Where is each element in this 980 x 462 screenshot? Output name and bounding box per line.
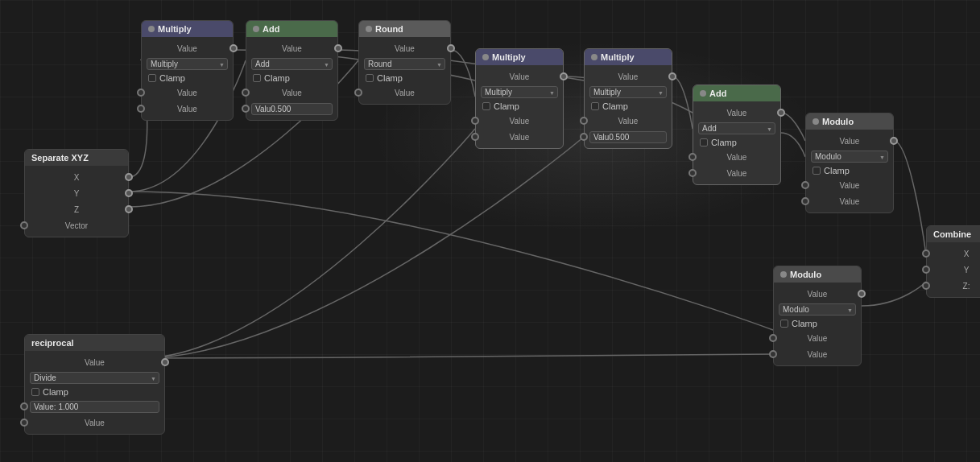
reciprocal-in2-socket[interactable]: [20, 419, 28, 427]
modulo2-clamp-label: Clamp: [792, 319, 817, 328]
add1-value-field[interactable]: Valu0.500: [251, 103, 333, 115]
multiply1-clamp-checkbox[interactable]: [148, 74, 156, 82]
multiply1-output[interactable]: [229, 44, 238, 52]
add2-in1-row: Value: [693, 149, 780, 165]
multiply1-value-out-row: Value: [142, 40, 233, 56]
add1-output[interactable]: [334, 44, 342, 52]
node-multiply2-header: Multiply: [476, 49, 563, 65]
multiply1-value-label: Value: [147, 44, 228, 53]
modulo1-in1-socket[interactable]: [801, 181, 809, 189]
node-multiply1: Multiply Value Multiply Clamp Value Valu…: [141, 20, 234, 121]
combine-y-socket[interactable]: [922, 266, 930, 274]
modulo2-output[interactable]: [858, 290, 866, 298]
add2-in2-socket[interactable]: [688, 169, 697, 177]
node-round1-header: Round: [359, 21, 450, 37]
node-add1-title: Add: [263, 24, 279, 34]
reciprocal-op-select[interactable]: Divide: [30, 372, 159, 384]
round1-value-label: Value: [364, 44, 445, 53]
vector-input-socket[interactable]: [20, 221, 28, 229]
node-modulo1: Modulo Value Modulo Clamp Value Value: [805, 113, 894, 213]
multiply2-in2-label: Value: [481, 133, 558, 142]
reciprocal-op-row: Divide: [25, 370, 164, 386]
add2-op-select[interactable]: Add: [698, 122, 775, 134]
modulo2-clamp-checkbox[interactable]: [780, 320, 788, 328]
multiply2-op-select[interactable]: Multiply: [481, 86, 558, 98]
multiply2-op-row: Multiply: [476, 85, 563, 100]
reciprocal-clamp-label: Clamp: [43, 387, 68, 397]
y-output-socket[interactable]: [125, 189, 133, 197]
reciprocal-value-row: Value: [25, 415, 164, 431]
node-separate-xyz: Separate XYZ X Y Z Vector: [24, 149, 129, 237]
round1-op-select[interactable]: Round: [364, 58, 445, 70]
combine-z-socket[interactable]: [922, 282, 930, 290]
modulo1-clamp-checkbox[interactable]: [813, 167, 821, 175]
node-combine-header: Combine: [927, 226, 980, 242]
combine-x-socket[interactable]: [922, 250, 930, 258]
multiply1-in2-socket[interactable]: [137, 105, 145, 113]
multiply3-in1-socket[interactable]: [580, 117, 588, 125]
modulo1-op-select[interactable]: Modulo: [811, 151, 888, 163]
modulo1-in2-socket[interactable]: [801, 197, 809, 205]
node-separate-y-row: Y: [25, 185, 128, 201]
multiply3-in2-socket[interactable]: [580, 133, 588, 141]
modulo2-in2-socket[interactable]: [769, 350, 777, 358]
add2-output[interactable]: [777, 109, 785, 117]
multiply1-op-select[interactable]: Multiply: [147, 58, 228, 70]
node-reciprocal: reciprocal Value Divide Clamp Value: 1.0…: [24, 334, 165, 435]
reciprocal-value-in-socket[interactable]: [20, 402, 28, 410]
add1-in1-row: Value: [246, 85, 337, 101]
modulo2-in1-socket[interactable]: [769, 334, 777, 342]
z-output-socket[interactable]: [125, 205, 133, 213]
multiply1-clamp-label: Clamp: [159, 73, 185, 83]
modulo2-op-select[interactable]: Modulo: [779, 303, 856, 316]
multiply1-in1-socket[interactable]: [137, 89, 145, 97]
multiply2-output[interactable]: [560, 72, 568, 80]
multiply2-clamp-row: Clamp: [476, 100, 563, 113]
combine-y-row: Y: [927, 262, 980, 278]
add1-op-select[interactable]: Add: [251, 58, 333, 70]
add1-in2-row: Valu0.500: [246, 101, 337, 117]
multiply3-value-field[interactable]: Valu0.500: [589, 131, 667, 143]
node-modulo2: Modulo Value Modulo Clamp Value Value: [773, 266, 862, 366]
multiply3-clamp-label: Clamp: [602, 101, 628, 111]
add1-op-row: Add: [246, 56, 337, 72]
reciprocal-clamp-row: Clamp: [25, 386, 164, 398]
reciprocal-value-field[interactable]: Value: 1.000: [30, 401, 159, 413]
node-separate-vector-row: Vector: [25, 217, 128, 233]
add1-clamp-checkbox[interactable]: [253, 74, 261, 82]
modulo2-value-label: Value: [779, 290, 856, 299]
round1-in1-socket[interactable]: [354, 89, 362, 97]
modulo1-value-label: Value: [811, 137, 888, 146]
add1-value-label: Value: [251, 44, 333, 53]
node-multiply1-header: Multiply: [142, 21, 233, 37]
node-multiply3-header: Multiply: [585, 49, 672, 65]
round1-in1-label: Value: [364, 89, 445, 97]
multiply3-clamp-row: Clamp: [585, 100, 672, 113]
add1-in2-socket[interactable]: [242, 105, 250, 113]
x-output-socket[interactable]: [125, 173, 133, 181]
round1-clamp-checkbox[interactable]: [366, 74, 374, 82]
add2-clamp-checkbox[interactable]: [700, 138, 708, 146]
node-multiply2-title: Multiply: [492, 52, 526, 62]
round1-output[interactable]: [447, 44, 455, 52]
round1-value-out-row: Value: [359, 40, 450, 56]
modulo2-in2-label: Value: [779, 350, 856, 359]
reciprocal-value-output[interactable]: [161, 358, 169, 366]
modulo1-in1-label: Value: [811, 181, 888, 190]
multiply3-output[interactable]: [668, 72, 676, 80]
add2-in1-socket[interactable]: [688, 153, 697, 161]
add1-in1-socket[interactable]: [242, 89, 250, 97]
multiply1-dot: [148, 26, 155, 32]
multiply3-op-select[interactable]: Multiply: [589, 86, 667, 98]
multiply2-in1-socket[interactable]: [471, 117, 479, 125]
reciprocal-clamp-checkbox[interactable]: [31, 388, 39, 396]
round1-clamp-label: Clamp: [377, 73, 403, 83]
modulo1-output[interactable]: [890, 137, 898, 145]
node-modulo1-title: Modulo: [822, 117, 854, 126]
add2-dot: [700, 90, 706, 97]
multiply2-clamp-checkbox[interactable]: [482, 102, 490, 110]
multiply2-in2-socket[interactable]: [471, 133, 479, 141]
node-separate-z-row: Z: [25, 201, 128, 217]
multiply3-clamp-checkbox[interactable]: [591, 102, 599, 110]
add1-value-out-row: Value: [246, 40, 337, 56]
